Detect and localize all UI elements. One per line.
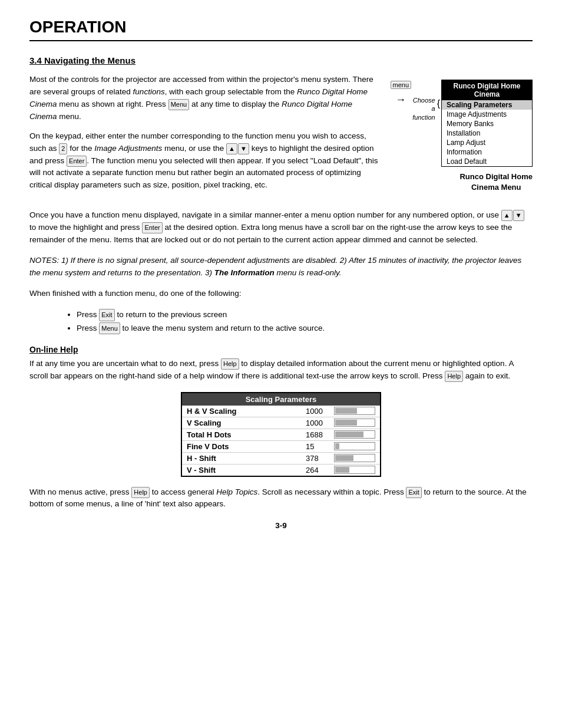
arrow-keys2: ▲▼ bbox=[501, 210, 524, 221]
enter-key2[interactable]: Enter bbox=[142, 222, 162, 233]
scaling-row: H - Shift 378 bbox=[182, 452, 380, 464]
menu-box-wrapper: Choose afunction { Runco Digital Home Ci… bbox=[412, 80, 533, 167]
scaling-table-header: Scaling Parameters bbox=[182, 393, 380, 406]
num2-key[interactable]: 2 bbox=[59, 143, 67, 154]
para1: Most of the controls for the projector a… bbox=[29, 74, 379, 123]
scaling-row-bar bbox=[334, 407, 375, 415]
bullet-item-exit: Press Exit to return to the previous scr… bbox=[77, 308, 533, 322]
para3: Once you have a function menu displayed,… bbox=[29, 209, 533, 246]
scaling-row-bar bbox=[334, 419, 375, 427]
scaling-row-bar bbox=[334, 454, 375, 462]
choose-label: Choose afunction bbox=[412, 96, 435, 121]
online-help-para: If at any time you are uncertain what to… bbox=[29, 358, 533, 383]
brace-icon: { bbox=[437, 98, 440, 109]
bullet-list: Press Exit to return to the previous scr… bbox=[77, 308, 533, 335]
menu-key2[interactable]: Menu bbox=[99, 322, 120, 335]
scaling-row-label: V Scaling bbox=[187, 419, 306, 427]
scaling-row: V - Shift 264 bbox=[182, 464, 380, 476]
menu-btn-group: menu → bbox=[391, 81, 412, 110]
scaling-row-bar bbox=[334, 466, 375, 474]
menu-key-inline[interactable]: Menu bbox=[168, 99, 190, 110]
intro-content-area: Most of the controls for the projector a… bbox=[29, 74, 533, 199]
scaling-table-wrap: Scaling Parameters H & V Scaling 1000 V … bbox=[29, 392, 533, 477]
scaling-row-label: H - Shift bbox=[187, 454, 306, 463]
menu-diagram-inner: menu → Choose afunction { Runco Digital … bbox=[391, 80, 533, 167]
scaling-row: Total H Dots 1688 bbox=[182, 429, 380, 440]
menu-item-default[interactable]: Load Default bbox=[442, 157, 532, 166]
menu-box-header: Runco Digital Home Cinema bbox=[442, 80, 532, 100]
menu-btn-label[interactable]: menu bbox=[391, 81, 412, 89]
enter-key-inline[interactable]: Enter bbox=[67, 156, 87, 167]
menu-box: Runco Digital Home Cinema Scaling Parame… bbox=[441, 80, 533, 167]
scaling-row-value: 1688 bbox=[306, 430, 334, 439]
scaling-row-value: 1000 bbox=[306, 419, 334, 427]
scaling-row-bar bbox=[334, 430, 375, 439]
menu-diagram: menu → Choose afunction { Runco Digital … bbox=[391, 80, 533, 199]
notes-para: NOTES: 1) If there is no signal present,… bbox=[29, 255, 533, 279]
when-finished: When finished with a function menu, do o… bbox=[29, 288, 533, 300]
arrow-icon: → bbox=[395, 89, 406, 110]
help-key[interactable]: Help bbox=[221, 358, 239, 370]
online-help-title: On-line Help bbox=[29, 345, 533, 354]
page-number: 3-9 bbox=[29, 521, 533, 530]
menu-item-memory[interactable]: Memory Banks bbox=[442, 119, 532, 129]
scaling-row-value: 15 bbox=[306, 442, 334, 451]
intro-text-col: Most of the controls for the projector a… bbox=[29, 74, 379, 199]
scaling-row-value: 378 bbox=[306, 454, 334, 463]
scaling-row-value: 264 bbox=[306, 466, 334, 475]
help-key3[interactable]: Help bbox=[131, 487, 150, 498]
exit-key2[interactable]: Exit bbox=[406, 487, 421, 498]
scaling-row-label: V - Shift bbox=[187, 466, 306, 475]
scaling-rows-container: H & V Scaling 1000 V Scaling 1000 Total … bbox=[182, 406, 380, 476]
section-title: 3.4 Navigating the Menus bbox=[29, 55, 533, 65]
scaling-row-value: 1000 bbox=[306, 407, 334, 416]
scaling-row-label: H & V Scaling bbox=[187, 407, 306, 416]
scaling-row-bar bbox=[334, 442, 375, 450]
para-after: With no menus active, press Help to acce… bbox=[29, 486, 533, 511]
menu-item-install[interactable]: Installation bbox=[442, 129, 532, 138]
menu-item-image[interactable]: Image Adjustments bbox=[442, 110, 532, 119]
page-title: OPERATION bbox=[29, 18, 533, 41]
scaling-row-label: Fine V Dots bbox=[187, 442, 306, 451]
arrow-keys: ▲▼ bbox=[226, 143, 249, 154]
scaling-row: Fine V Dots 15 bbox=[182, 440, 380, 452]
scaling-row-label: Total H Dots bbox=[187, 430, 306, 439]
scaling-row: H & V Scaling 1000 bbox=[182, 406, 380, 417]
scaling-table: Scaling Parameters H & V Scaling 1000 V … bbox=[181, 392, 381, 477]
menu-item-scaling[interactable]: Scaling Parameters bbox=[442, 100, 532, 110]
exit-key[interactable]: Exit bbox=[99, 309, 114, 321]
bullet-item-menu: Press Menu to leave the menu system and … bbox=[77, 322, 533, 335]
para2: On the keypad, either enter the number c… bbox=[29, 130, 379, 192]
menu-caption: Runco Digital Home Cinema Menu bbox=[459, 172, 533, 193]
scaling-row: V Scaling 1000 bbox=[182, 417, 380, 429]
menu-item-lamp[interactable]: Lamp Adjust bbox=[442, 138, 532, 147]
menu-item-info[interactable]: Information bbox=[442, 147, 532, 157]
help-key2[interactable]: Help bbox=[445, 371, 463, 382]
